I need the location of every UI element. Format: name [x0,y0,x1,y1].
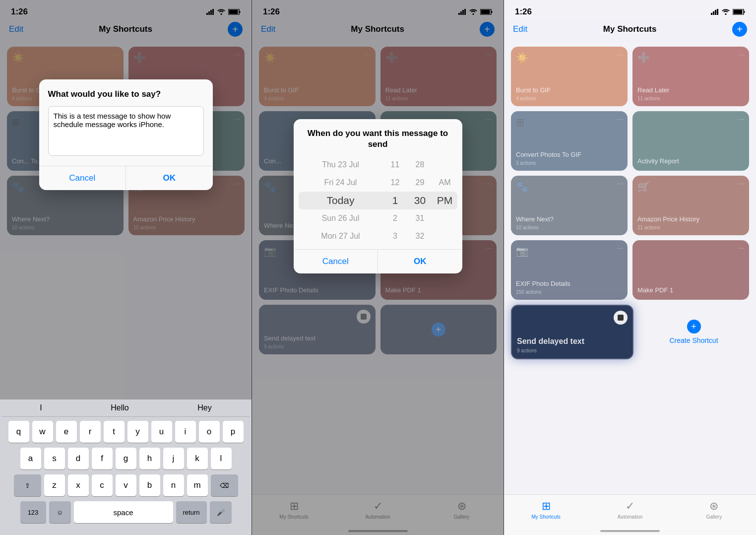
card-menu-activity[interactable]: ··· [738,115,745,123]
shortcut-card-convert[interactable]: ⊞ ··· Convert Photos To GIF 3 actions [511,111,628,171]
date-picker-dialog: When do you want this message to send Th… [294,119,462,273]
card-menu-where-next[interactable]: ··· [617,180,624,187]
picker-date-1: Fri 24 Jul [324,174,357,192]
card-menu-exif[interactable]: ··· [617,244,624,252]
key-f[interactable]: f [92,448,113,469]
key-space[interactable]: space [74,501,173,523]
suggestion-hey[interactable]: Hey [197,403,211,412]
date-cancel-btn[interactable]: Cancel [294,250,378,273]
dialog-title: What would you like to say? [48,89,204,99]
shortcut-card-exif[interactable]: 📷 ··· EXIF Photo Details 150 actions [511,240,628,300]
card-menu-amazon[interactable]: ··· [738,180,745,187]
stop-btn-3[interactable] [614,311,628,325]
tab-bar-3: ⊞ My Shortcuts ✓ Automation ⊛ Gallery [504,494,756,535]
key-x[interactable]: x [68,474,89,496]
key-m[interactable]: m [187,474,208,496]
nav-edit-3[interactable]: Edit [513,24,527,34]
key-u[interactable]: u [151,421,172,443]
shortcut-card-where-next[interactable]: 🐾 ··· Where Next? 10 actions [511,176,628,235]
key-return[interactable]: return [176,501,207,523]
key-emoji[interactable]: ☺ [49,501,71,523]
card-menu-makepdf[interactable]: ··· [738,244,745,252]
tab-gallery-3[interactable]: ⊛ Gallery [672,500,756,520]
key-y[interactable]: y [127,421,148,443]
key-l[interactable]: l [211,448,232,469]
send-delayed-active-card[interactable]: Send delayed text 9 actions [511,305,633,359]
key-k[interactable]: k [187,448,208,469]
bottom-row-3: Send delayed text 9 actions + Create Sho… [504,305,756,359]
kb-row-1: q w e r t y u i o p [1,421,250,443]
tab-gallery-label-3: Gallery [706,514,722,520]
key-h[interactable]: h [139,448,160,469]
key-r[interactable]: r [80,421,101,443]
key-i[interactable]: i [175,421,196,443]
key-a[interactable]: a [20,448,41,469]
picker-container[interactable]: Thu 23 Jul Fri 24 Jul Today Sun 26 Jul M… [294,156,462,245]
date-dialog-title: When do you want this message to send [294,119,462,156]
key-shift[interactable]: ⇧ [14,474,41,496]
picker-min-1: 29 [416,174,425,192]
picker-date-3: Sun 26 Jul [322,209,360,227]
phone-3: 1:26 Edit My Shortcuts + ☀️ ··· Burst to… [504,0,756,535]
svg-rect-22 [744,11,745,13]
key-e[interactable]: e [56,421,77,443]
key-delete[interactable]: ⌫ [211,474,238,496]
picker-hour-2: 1 [392,192,398,209]
suggestion-hello[interactable]: Hello [111,403,128,412]
key-g[interactable]: g [116,448,136,469]
shortcut-card-burst[interactable]: ☀️ ··· Burst to GIF 4 actions [511,47,628,106]
dialog-cancel-btn[interactable]: Cancel [39,166,126,190]
key-s[interactable]: s [44,448,65,469]
picker-col-hour: 11 12 1 2 3 [383,156,408,245]
kb-row-2: a s d f g h j k l [1,448,250,469]
date-dialog-buttons: Cancel OK [294,249,462,273]
key-n[interactable]: n [163,474,184,496]
stop-btn-inner-3 [618,315,624,321]
key-o[interactable]: o [199,421,220,443]
create-shortcut-area[interactable]: + Create Shortcut [638,305,749,359]
nav-title-3: My Shortcuts [603,24,657,34]
shortcut-card-amazon[interactable]: 🛒 ··· Amazon Price History 11 actions [632,176,749,235]
tab-my-shortcuts-3[interactable]: ⊞ My Shortcuts [504,500,588,520]
picker-min-4: 32 [416,227,425,245]
send-delayed-sub: 9 actions [517,348,628,353]
send-delayed-label: Send delayed text [517,336,628,347]
key-w[interactable]: w [32,421,53,443]
shortcuts-grid-3: ☀️ ··· Burst to GIF 4 actions ➕ ··· Read… [504,42,756,305]
suggestion-i[interactable]: I [40,403,42,412]
picker-hour-3: 2 [393,209,397,227]
key-p[interactable]: p [223,421,244,443]
key-q[interactable]: q [8,421,29,443]
card-menu-burst[interactable]: ··· [617,51,624,58]
key-mic[interactable]: 🎤 [210,501,232,523]
create-shortcut-label[interactable]: Create Shortcut [669,336,718,344]
picker-min-2: 30 [414,192,426,209]
key-z[interactable]: z [44,474,65,496]
picker-date-2: Today [326,192,354,209]
card-menu-convert[interactable]: ··· [617,115,624,123]
svg-rect-23 [734,10,743,14]
key-t[interactable]: t [104,421,125,443]
key-c[interactable]: c [92,474,113,496]
shortcut-card-activity[interactable]: ··· Activity Report [632,111,749,171]
key-j[interactable]: j [163,448,184,469]
create-shortcut-plus[interactable]: + [687,320,701,334]
text-input-dialog: What would you like to say? This is a te… [39,79,213,190]
tab-automation-3[interactable]: ✓ Automation [588,500,672,520]
tab-shortcuts-label-3: My Shortcuts [531,514,560,520]
shortcut-card-read-later[interactable]: ➕ ··· Read Later 11 actions [632,47,749,106]
svg-rect-16 [711,13,712,15]
battery-icon-3 [733,9,745,15]
message-input[interactable]: This is a test message to show how sched… [48,106,204,156]
key-num[interactable]: 123 [20,501,46,523]
picker-hour-4: 3 [393,227,397,245]
shortcut-card-makepdf[interactable]: ··· Make PDF 1 [632,240,749,300]
card-menu-read-later[interactable]: ··· [738,51,745,58]
dialog-ok-btn[interactable]: OK [126,166,213,190]
date-ok-btn[interactable]: OK [378,250,462,273]
key-v[interactable]: v [116,474,136,496]
key-b[interactable]: b [139,474,160,496]
nav-add-btn-3[interactable]: + [732,22,747,37]
dialog-buttons: Cancel OK [39,166,213,190]
key-d[interactable]: d [68,448,89,469]
